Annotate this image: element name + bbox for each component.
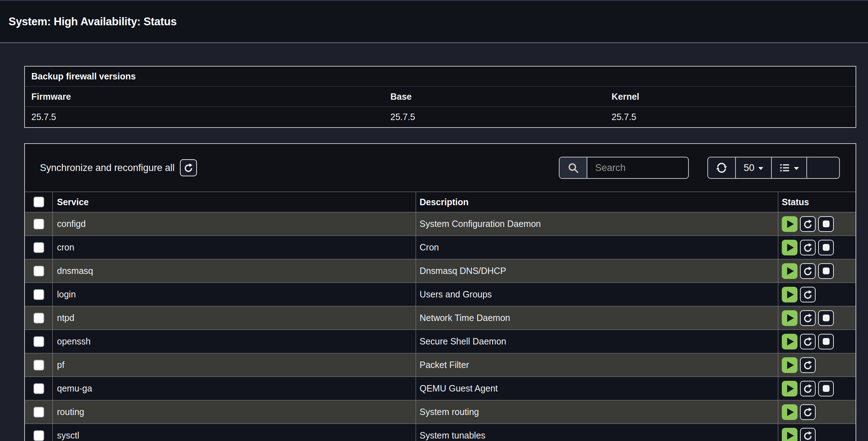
service-actions [778, 424, 856, 441]
table-row: configd System Configuration Daemon [25, 212, 856, 236]
refresh-grid-button[interactable] [708, 157, 736, 178]
redo-icon [802, 242, 813, 253]
row-select-cell [25, 212, 53, 235]
row-select-cell [25, 306, 53, 330]
start-service-button[interactable] [782, 334, 797, 349]
service-name: ntpd [53, 306, 416, 330]
redo-icon [802, 313, 813, 323]
select-all-checkbox[interactable] [33, 197, 44, 207]
list-icon [779, 162, 790, 173]
column-header-description[interactable]: Description [416, 192, 778, 212]
service-description: Cron [416, 236, 778, 259]
start-service-button[interactable] [782, 428, 797, 441]
stop-icon [823, 220, 830, 227]
restart-service-button[interactable] [800, 357, 816, 373]
page-header: System: High Availability: Status [0, 0, 868, 43]
row-checkbox[interactable] [33, 336, 44, 347]
page-title: System: High Availability: Status [9, 15, 177, 28]
column-header-base: Base [390, 92, 612, 102]
service-name: cron [53, 236, 416, 259]
start-service-button[interactable] [782, 310, 797, 326]
redo-icon [802, 336, 813, 347]
row-select-cell [25, 424, 53, 441]
restart-service-button[interactable] [800, 428, 816, 441]
restart-service-button[interactable] [800, 240, 816, 255]
stop-icon [823, 244, 830, 251]
start-service-button[interactable] [782, 404, 797, 420]
grid-button-group: 50 [707, 157, 840, 179]
service-description: Dnsmasq DNS/DHCP [416, 259, 778, 282]
redo-icon [802, 407, 813, 417]
restart-service-button[interactable] [800, 334, 816, 349]
table-row: qemu-ga QEMU Guest Agent [25, 377, 856, 400]
service-description: Network Time Daemon [416, 306, 778, 330]
start-service-button[interactable] [782, 240, 797, 255]
service-actions [778, 236, 856, 259]
row-select-cell [25, 330, 53, 353]
row-checkbox[interactable] [33, 430, 44, 441]
redo-icon [802, 266, 813, 276]
panel-title: Backup firewall versions [25, 67, 856, 87]
play-icon [787, 361, 794, 369]
row-checkbox[interactable] [33, 219, 44, 229]
start-service-button[interactable] [782, 357, 797, 373]
sync-all-button[interactable] [180, 159, 197, 176]
service-actions [778, 306, 856, 330]
services-toolbar: Synchronize and reconfigure all [25, 144, 856, 192]
row-checkbox[interactable] [33, 289, 44, 300]
play-icon [787, 338, 794, 346]
table-row: openssh Secure Shell Daemon [25, 330, 856, 353]
stop-service-button[interactable] [818, 216, 834, 232]
service-actions [778, 283, 856, 306]
play-icon [787, 432, 794, 440]
sync-all-label: Synchronize and reconfigure all [40, 162, 175, 173]
restart-service-button[interactable] [800, 381, 816, 396]
caret-down-icon [758, 167, 763, 170]
services-panel: Synchronize and reconfigure all [24, 143, 856, 441]
table-row: sysctl System tunables [25, 424, 856, 441]
firmware-version: 25.7.5 [31, 112, 390, 122]
stop-service-button[interactable] [818, 310, 834, 326]
column-header-service[interactable]: Service [53, 192, 416, 212]
column-header-firmware: Firmware [31, 92, 390, 102]
start-service-button[interactable] [782, 216, 797, 232]
stop-service-button[interactable] [818, 240, 834, 255]
search-icon-segment [560, 157, 587, 178]
column-selector-dropdown[interactable] [772, 157, 807, 178]
table-row: routing System routing [25, 400, 856, 424]
stop-service-button[interactable] [818, 381, 834, 396]
row-select-cell [25, 353, 53, 377]
restart-service-button[interactable] [800, 310, 816, 326]
start-service-button[interactable] [782, 381, 797, 396]
service-description: Secure Shell Daemon [416, 330, 778, 353]
grid-controls: 50 [559, 157, 840, 179]
row-checkbox[interactable] [33, 383, 44, 394]
start-service-button[interactable] [782, 287, 797, 302]
redo-icon [802, 219, 813, 229]
restart-service-button[interactable] [800, 263, 816, 279]
stop-icon [823, 385, 830, 392]
stop-service-button[interactable] [818, 334, 834, 349]
search-box [559, 157, 689, 179]
play-icon [787, 408, 794, 416]
restart-service-button[interactable] [800, 287, 816, 302]
service-description: System tunables [416, 424, 778, 441]
column-header-status: Status [778, 192, 856, 212]
select-all-cell [25, 192, 53, 212]
row-select-cell [25, 283, 53, 306]
search-input[interactable] [587, 157, 688, 178]
row-checkbox[interactable] [33, 313, 44, 323]
restart-service-button[interactable] [800, 216, 816, 232]
row-checkbox[interactable] [33, 360, 44, 370]
search-icon [567, 162, 579, 174]
stop-service-button[interactable] [818, 263, 834, 279]
services-table: Service Description Status configd Syste… [25, 192, 856, 441]
row-checkbox[interactable] [33, 242, 44, 253]
row-checkbox[interactable] [33, 407, 44, 417]
redo-icon [802, 360, 813, 370]
page-size-dropdown[interactable]: 50 [736, 157, 772, 178]
start-service-button[interactable] [782, 263, 797, 279]
versions-header-row: Firmware Base Kernel [25, 87, 856, 107]
restart-service-button[interactable] [800, 404, 816, 420]
row-checkbox[interactable] [33, 266, 44, 276]
